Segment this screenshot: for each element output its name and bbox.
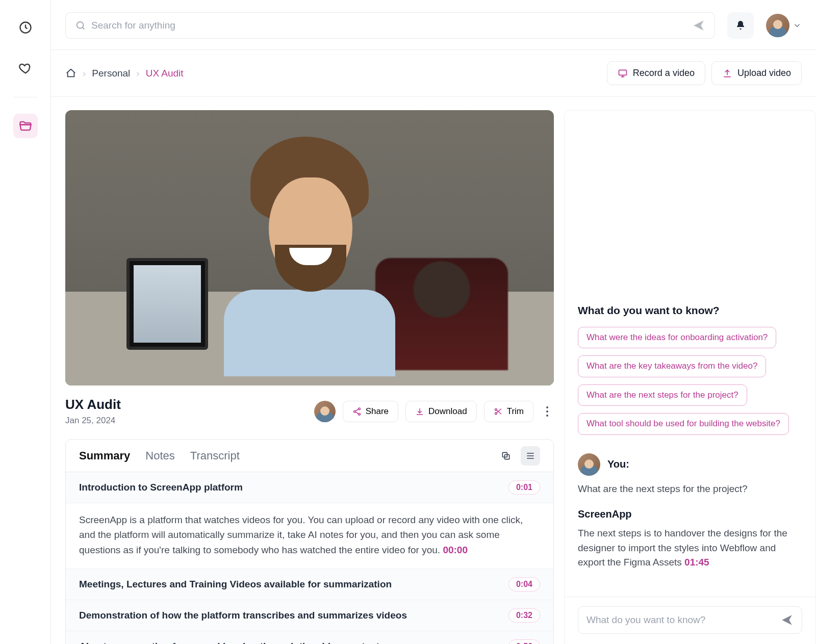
chapter-row[interactable]: Meetings, Lectures and Training Videos a… bbox=[66, 569, 553, 600]
chapter-body: ScreenApp is a platform that watches vid… bbox=[66, 503, 553, 569]
svg-point-6 bbox=[495, 408, 497, 410]
tab-notes[interactable]: Notes bbox=[145, 449, 174, 462]
nav-sidebar bbox=[0, 0, 51, 644]
svg-point-1 bbox=[77, 21, 84, 28]
chat-suggestion[interactable]: What were the ideas for onboarding activ… bbox=[578, 327, 776, 348]
tab-summary[interactable]: Summary bbox=[79, 449, 130, 462]
breadcrumb: › Personal › UX Audit bbox=[65, 68, 184, 79]
download-button[interactable]: Download bbox=[405, 401, 477, 422]
copy-icon bbox=[501, 451, 511, 461]
search-box[interactable] bbox=[65, 12, 715, 39]
owner-avatar[interactable] bbox=[314, 401, 336, 422]
favorites-icon[interactable] bbox=[13, 56, 38, 81]
chat-input[interactable] bbox=[586, 614, 780, 626]
trim-button[interactable]: Trim bbox=[484, 401, 533, 422]
copy-button[interactable] bbox=[496, 446, 516, 466]
chat-bot-message: The next steps is to handover the design… bbox=[578, 526, 802, 570]
list-icon bbox=[525, 451, 536, 461]
chapter-row[interactable]: Introduction to ScreenApp platform 0:01 bbox=[66, 472, 553, 503]
chevron-down-icon bbox=[793, 21, 802, 30]
folder-icon[interactable] bbox=[13, 114, 38, 138]
chat-suggestion[interactable]: What are the next steps for the project? bbox=[578, 384, 747, 406]
list-view-button[interactable] bbox=[521, 446, 540, 466]
svg-point-7 bbox=[495, 412, 497, 414]
chapter-timestamp[interactable]: 0:32 bbox=[508, 608, 540, 623]
breadcrumb-current[interactable]: UX Audit bbox=[146, 68, 184, 79]
chapter-title: Demonstration of how the platform transc… bbox=[79, 610, 407, 621]
video-thumbnail[interactable] bbox=[65, 110, 554, 385]
chapter-timestamp[interactable]: 0:01 bbox=[508, 480, 540, 495]
svg-point-4 bbox=[353, 410, 355, 413]
chat-suggestion[interactable]: What tool should be used for building th… bbox=[578, 413, 789, 434]
send-icon[interactable] bbox=[780, 613, 794, 627]
chat-speaker-bot: ScreenApp bbox=[578, 508, 802, 520]
upload-icon bbox=[722, 68, 732, 79]
video-date: Jan 25, 2024 bbox=[65, 416, 121, 426]
trim-label: Trim bbox=[507, 406, 524, 417]
user-avatar-small bbox=[578, 453, 600, 476]
account-menu[interactable] bbox=[766, 14, 802, 37]
chat-panel: What do you want to know? What were the … bbox=[564, 110, 816, 644]
inline-timestamp[interactable]: 00:00 bbox=[443, 545, 468, 555]
recent-icon[interactable] bbox=[13, 15, 38, 40]
user-avatar bbox=[766, 14, 789, 37]
breadcrumb-sep: › bbox=[83, 68, 86, 79]
sidebar-separator bbox=[13, 97, 38, 97]
upload-video-button[interactable]: Upload video bbox=[711, 61, 802, 85]
chapter-title: Meetings, Lectures and Training Videos a… bbox=[79, 579, 392, 590]
submit-search-icon[interactable] bbox=[692, 19, 705, 32]
search-input[interactable] bbox=[91, 20, 692, 31]
record-video-button[interactable]: Record a video bbox=[607, 61, 705, 85]
more-actions-button[interactable] bbox=[541, 403, 554, 420]
chat-speaker-you: You: bbox=[607, 458, 629, 470]
search-icon bbox=[75, 20, 86, 31]
tab-transcript[interactable]: Transcript bbox=[190, 449, 240, 462]
chapter-row[interactable]: Demonstration of how the platform transc… bbox=[66, 600, 553, 631]
chat-suggestion[interactable]: What are the key takeaways from the vide… bbox=[578, 355, 766, 377]
share-button[interactable]: Share bbox=[343, 401, 398, 422]
video-title: UX Audit bbox=[65, 397, 121, 413]
chapter-timestamp[interactable]: 0:04 bbox=[508, 577, 540, 591]
chat-heading: What do you want to know? bbox=[578, 304, 802, 317]
bell-icon bbox=[734, 19, 747, 32]
home-icon[interactable] bbox=[65, 68, 76, 79]
breadcrumb-sep: › bbox=[136, 68, 139, 79]
share-label: Share bbox=[366, 406, 389, 417]
monitor-icon bbox=[618, 68, 628, 79]
chapter-row[interactable]: AI notes generation for easy skimming th… bbox=[66, 631, 553, 644]
breadcrumb-personal[interactable]: Personal bbox=[92, 68, 130, 79]
chat-user-message: What are the next steps for the project? bbox=[578, 482, 802, 497]
chapter-timestamp[interactable]: 0:56 bbox=[508, 639, 540, 644]
chat-input-box[interactable] bbox=[578, 606, 802, 634]
scissors-icon bbox=[494, 407, 503, 416]
notifications-button[interactable] bbox=[727, 12, 754, 39]
chapter-title: AI notes generation for easy skimming th… bbox=[79, 641, 379, 644]
topbar bbox=[51, 0, 816, 50]
share-icon bbox=[352, 407, 362, 416]
download-label: Download bbox=[428, 406, 467, 417]
download-icon bbox=[415, 407, 424, 416]
svg-rect-2 bbox=[619, 70, 626, 75]
chapter-title: Introduction to ScreenApp platform bbox=[79, 482, 243, 493]
upload-video-label: Upload video bbox=[737, 68, 791, 79]
record-video-label: Record a video bbox=[633, 68, 695, 79]
inline-timestamp[interactable]: 01:45 bbox=[684, 557, 709, 568]
